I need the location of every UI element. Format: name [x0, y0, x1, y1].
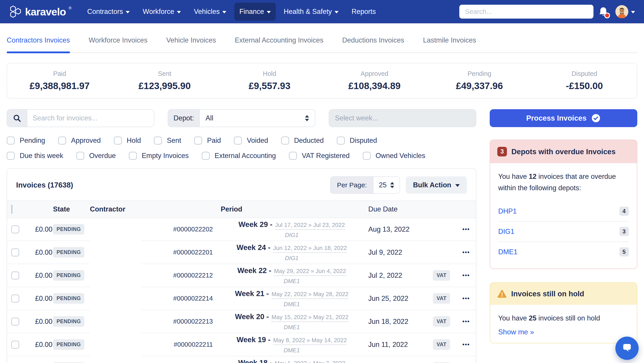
select-all-checkbox[interactable] [11, 205, 12, 214]
chevron-down-icon [177, 11, 181, 14]
row-actions-button[interactable]: ••• [462, 341, 470, 348]
vat-badge: VAT [433, 293, 450, 304]
invoice-number: #0000022211 [141, 333, 215, 356]
checkbox[interactable] [289, 152, 297, 160]
due-date: Jul 2, 2022 [363, 264, 428, 287]
extra-filter-row: Due this week Overdue Empty Invoices Ext… [7, 152, 476, 160]
invoice-number: #0000022214 [141, 287, 215, 310]
row-actions-button[interactable]: ••• [462, 295, 470, 302]
row-actions-button[interactable]: ••• [462, 272, 470, 279]
tab-external-accounting-invoices[interactable]: External Accounting Invoices [235, 36, 323, 52]
nav-item-health-safety[interactable]: Health & Safety [279, 3, 344, 21]
chevron-down-icon [222, 11, 226, 14]
filter-owned-vehicles[interactable]: Owned Vehicles [363, 152, 425, 160]
row-checkbox[interactable] [11, 225, 19, 233]
nav-item-finance[interactable]: Finance [234, 3, 276, 21]
checkbox[interactable] [363, 152, 371, 160]
row-checkbox[interactable] [11, 317, 19, 326]
global-search-input[interactable] [459, 5, 594, 19]
table-row: £0.00 PENDING #0000022211 Week 19 -May 8… [7, 333, 476, 356]
checkbox[interactable] [281, 137, 289, 145]
week-select-input[interactable]: Select week... [329, 109, 476, 127]
chevron-down-icon [126, 11, 130, 14]
row-actions-button[interactable]: ••• [462, 249, 470, 256]
week-label: Week 29 - [238, 220, 272, 229]
checkbox[interactable] [7, 152, 15, 160]
period-dates-link[interactable]: May 1, 2022 » May 7, 2022 [275, 360, 345, 363]
contractor-cell [90, 264, 141, 287]
checkbox[interactable] [337, 137, 345, 145]
notifications-button[interactable] [599, 7, 608, 17]
tab-workforce-invoices[interactable]: Workforce Invoices [89, 36, 148, 52]
filter-hold[interactable]: Hold [114, 137, 141, 145]
checkbox[interactable] [7, 137, 15, 145]
invoice-search-input[interactable] [27, 110, 154, 127]
invoice-period: Week 19 -May 8, 2022 » May 14, 2022 DME1 [215, 333, 363, 356]
checkbox[interactable] [76, 152, 84, 160]
nav-item-workforce[interactable]: Workforce [138, 3, 186, 21]
due-date: Jun 25, 2022 [363, 287, 428, 310]
bulk-action-button[interactable]: Bulk Action [406, 176, 467, 194]
hexagon-logo-icon [9, 5, 23, 19]
nav-item-vehicles[interactable]: Vehicles [189, 3, 231, 21]
period-dates-link[interactable]: Jul 17, 2022 » Jul 23, 2022 [275, 222, 345, 230]
depot-select[interactable]: All [200, 110, 315, 127]
navbar-right [599, 5, 635, 18]
process-invoices-button[interactable]: Process Invoices [490, 109, 637, 127]
depot-link-dhp1[interactable]: DHP1 [498, 207, 517, 215]
chat-widget-button[interactable] [616, 336, 639, 360]
filter-external-accounting[interactable]: External Accounting [202, 152, 276, 160]
row-checkbox[interactable] [11, 248, 19, 256]
depot-link-dig1[interactable]: DIG1 [498, 228, 514, 236]
filter-due-this-week[interactable]: Due this week [7, 152, 63, 160]
filter-voided[interactable]: Voided [234, 137, 268, 145]
list-item: DME1 5 [498, 242, 629, 262]
table-row: £0.00 PENDING #0000022214 Week 21 -May 2… [7, 287, 476, 310]
invoice-number: #0000022213 [141, 310, 215, 333]
tab-contractors-invoices[interactable]: Contractors Invoices [7, 36, 70, 52]
row-actions-button[interactable]: ••• [462, 226, 470, 233]
checkbox[interactable] [234, 137, 242, 145]
user-menu[interactable] [616, 5, 635, 18]
checkbox[interactable] [202, 152, 210, 160]
checkbox[interactable] [58, 137, 66, 145]
row-checkbox[interactable] [11, 294, 19, 302]
filter-paid[interactable]: Paid [194, 137, 221, 145]
filter-disputed[interactable]: Disputed [337, 137, 377, 145]
tab-deductions-invoices[interactable]: Deductions Invoices [342, 36, 404, 52]
depot-link-dme1[interactable]: DME1 [498, 248, 518, 256]
contractor-cell [90, 333, 141, 356]
period-dates-link[interactable]: May 29, 2022 » Jun 4, 2022 [274, 268, 346, 276]
row-checkbox[interactable] [11, 341, 19, 349]
period-dates-link[interactable]: May 15, 2022 » May 21, 2022 [272, 314, 348, 322]
invoice-number: #0000022202 [141, 218, 215, 241]
brand-logo[interactable]: karavelo ® [9, 5, 72, 19]
filter-sent[interactable]: Sent [154, 137, 181, 145]
period-dates-link[interactable]: May 22, 2022 » May 28, 2022 [272, 291, 348, 299]
overdue-depot-list: DHP1 4 DIG1 3 DME1 5 [498, 201, 629, 262]
per-page-stepper[interactable]: 25 [374, 177, 399, 193]
nav-item-reports[interactable]: Reports [346, 3, 381, 21]
checkbox[interactable] [129, 152, 137, 160]
notification-dot [604, 13, 610, 18]
row-actions-button[interactable]: ••• [462, 318, 470, 325]
filter-overdue[interactable]: Overdue [76, 152, 116, 160]
filter-approved[interactable]: Approved [58, 137, 101, 145]
checkbox[interactable] [154, 137, 162, 145]
filter-pending[interactable]: Pending [7, 137, 45, 145]
chevron-down-icon [334, 11, 338, 14]
tab-lastmile-invoices[interactable]: Lastmile Invoices [423, 36, 476, 52]
overdue-panel-header: 3 Depots with overdue Invoices [490, 140, 637, 163]
tab-vehicle-invoices[interactable]: Vehicle Invoices [166, 36, 216, 52]
filter-vat-registered[interactable]: VAT Registered [289, 152, 350, 160]
nav-item-contractors[interactable]: Contractors [82, 3, 134, 21]
period-dates-link[interactable]: May 8, 2022 » May 14, 2022 [273, 337, 347, 345]
checkbox[interactable] [114, 137, 122, 145]
row-checkbox[interactable] [11, 271, 19, 279]
filter-empty-invoices[interactable]: Empty Invoices [129, 152, 189, 160]
show-me-link[interactable]: Show me » [498, 328, 534, 336]
filter-deducted[interactable]: Deducted [281, 137, 324, 145]
hold-message: You have 25 invoices still on hold [498, 312, 629, 324]
checkbox[interactable] [194, 137, 202, 145]
period-dates-link[interactable]: Jun 12, 2022 » Jun 18, 2022 [273, 245, 347, 253]
